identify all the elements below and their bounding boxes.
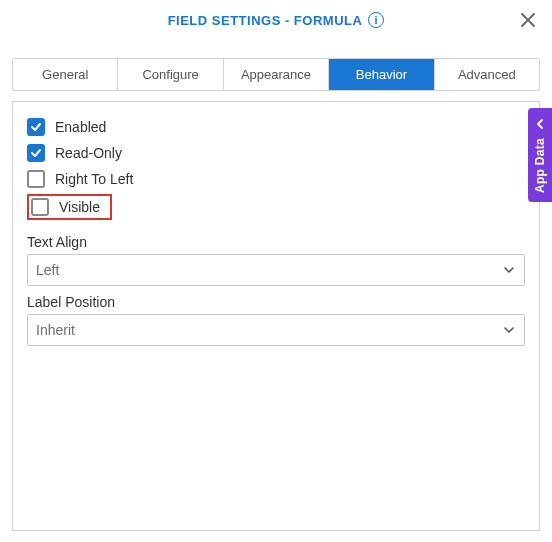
chevron-down-icon [502,323,516,337]
tab-general[interactable]: General [13,59,117,90]
visible-label: Visible [59,199,104,215]
close-icon [521,13,535,27]
tabs-container: General Configure Appearance Behavior Ad… [0,40,552,91]
close-button[interactable] [516,8,540,32]
rtl-label: Right To Left [55,171,133,187]
rtl-checkbox[interactable] [27,170,45,188]
tab-label: Appearance [241,67,311,82]
visible-highlight: Visible [27,194,112,220]
tab-configure[interactable]: Configure [117,59,222,90]
tab-appearance[interactable]: Appearance [223,59,328,90]
label-position-select[interactable]: Inherit [27,314,525,346]
tab-behavior[interactable]: Behavior [328,59,433,90]
app-data-label: App Data [533,138,547,193]
checkbox-row-rtl: Right To Left [27,166,525,192]
tab-label: Behavior [356,67,407,82]
dialog-title-wrap: FIELD SETTINGS - FORMULA i [168,12,385,28]
tabs: General Configure Appearance Behavior Ad… [12,58,540,91]
enabled-label: Enabled [55,119,106,135]
checkbox-row-enabled: Enabled [27,114,525,140]
behavior-panel: Enabled Read-Only Right To Left Visible … [12,101,540,531]
text-align-label: Text Align [27,234,525,250]
info-icon[interactable]: i [368,12,384,28]
label-position-value: Inherit [36,322,75,338]
chevron-down-icon [502,263,516,277]
label-position-label: Label Position [27,294,525,310]
chevron-left-icon [535,116,545,132]
tab-label: Advanced [458,67,516,82]
readonly-label: Read-Only [55,145,122,161]
tab-label: Configure [142,67,198,82]
text-align-select[interactable]: Left [27,254,525,286]
dialog-header: FIELD SETTINGS - FORMULA i [0,0,552,40]
enabled-checkbox[interactable] [27,118,45,136]
app-data-side-tab[interactable]: App Data [528,108,552,202]
dialog-title: FIELD SETTINGS - FORMULA [168,13,363,28]
visible-checkbox[interactable] [31,198,49,216]
check-icon [30,147,42,159]
text-align-value: Left [36,262,59,278]
check-icon [30,121,42,133]
readonly-checkbox[interactable] [27,144,45,162]
tab-label: General [42,67,88,82]
checkbox-row-readonly: Read-Only [27,140,525,166]
tab-advanced[interactable]: Advanced [434,59,539,90]
